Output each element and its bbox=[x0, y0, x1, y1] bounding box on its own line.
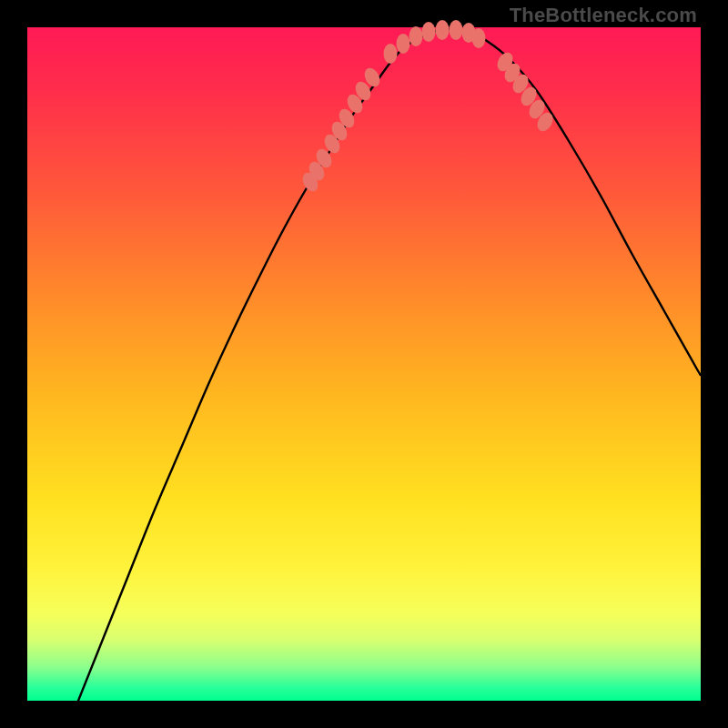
data-dot bbox=[450, 20, 463, 40]
bottleneck-curve bbox=[78, 29, 701, 701]
data-dot bbox=[384, 44, 398, 64]
data-dots bbox=[299, 20, 556, 194]
data-dot bbox=[472, 28, 486, 48]
plot-area bbox=[27, 27, 701, 701]
chart-frame: TheBottleneck.com bbox=[0, 0, 728, 728]
data-dot bbox=[436, 20, 450, 40]
watermark-label: TheBottleneck.com bbox=[510, 4, 697, 27]
data-dot bbox=[410, 26, 423, 46]
data-dot bbox=[397, 34, 410, 54]
curve-svg bbox=[27, 27, 701, 701]
data-dot bbox=[422, 22, 436, 42]
